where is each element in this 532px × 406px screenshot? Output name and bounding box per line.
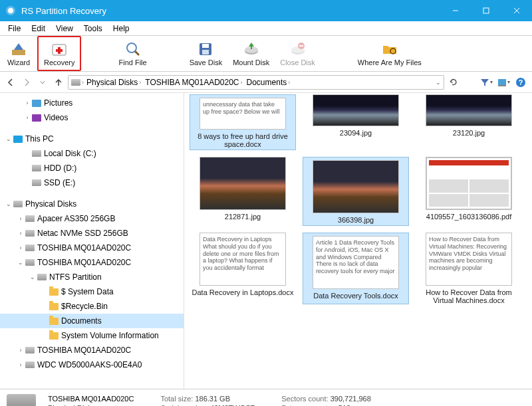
menu-tools[interactable]: Tools: [78, 24, 108, 33]
tree-pictures[interactable]: ›Pictures: [0, 96, 184, 110]
disk-icon: [37, 274, 47, 280]
filter-button[interactable]: ▾: [479, 75, 493, 90]
pdf-thumbnail: [426, 157, 512, 210]
menu-edit[interactable]: Edit: [26, 24, 51, 33]
disk-large-icon: [7, 394, 36, 407]
wizard-icon: [10, 41, 27, 58]
tree-recycle-bin[interactable]: $Recycle.Bin: [0, 299, 184, 314]
save-disk-icon: [197, 41, 214, 58]
image-thumbnail: [200, 157, 286, 210]
back-button[interactable]: [4, 75, 17, 90]
maximize-button[interactable]: [471, 0, 501, 21]
search-icon: [124, 41, 142, 58]
breadcrumb-bar[interactable]: › Physical Disks› TOSHIBA MQ01AAD020C› D…: [68, 75, 444, 90]
disk-icon: [32, 165, 41, 171]
disk-icon: [25, 259, 35, 266]
view-button[interactable]: ▾: [496, 75, 511, 90]
findfile-button[interactable]: Find File: [113, 36, 152, 71]
minimize-button[interactable]: [440, 0, 471, 21]
file-item[interactable]: 212871.jpg: [190, 157, 296, 226]
menu-view[interactable]: View: [51, 24, 78, 33]
tree-hdd-d[interactable]: HDD (D:): [0, 161, 184, 175]
savedisk-button[interactable]: Save Disk: [184, 36, 228, 71]
toolbar: Wizard Recovery Find File Save Disk Moun…: [0, 36, 532, 72]
up-button[interactable]: [52, 75, 65, 90]
titlebar: RS Partition Recovery: [0, 0, 532, 21]
svg-text:?: ?: [519, 78, 523, 86]
refresh-button[interactable]: [447, 75, 460, 90]
monitor-icon: [13, 136, 23, 143]
svg-rect-6: [12, 50, 25, 55]
disk-icon: [25, 215, 35, 222]
status-disk-type: Physical Disk: [48, 404, 134, 407]
help-button[interactable]: ?: [513, 75, 528, 90]
breadcrumb-dropdown[interactable]: ⌄: [436, 79, 441, 86]
history-dropdown[interactable]: [36, 75, 49, 90]
close-disk-icon: [289, 41, 307, 58]
tree-ntfs-partition[interactable]: ⌄NTFS Partition: [0, 270, 184, 284]
svg-rect-14: [202, 50, 209, 54]
wherearefiles-button[interactable]: Where Are My Files: [352, 36, 427, 71]
file-item[interactable]: 23094.jpg: [303, 94, 409, 150]
image-thumbnail: [313, 160, 399, 213]
tree-panel: ›Pictures ›Videos ⌄This PC Local Disk (C…: [0, 93, 184, 389]
file-item[interactable]: 23120.jpg: [416, 94, 522, 150]
svg-rect-9: [56, 49, 63, 52]
tree-videos[interactable]: ›Videos: [0, 110, 184, 125]
recovery-button[interactable]: Recovery: [37, 36, 81, 71]
svg-rect-22: [498, 79, 506, 85]
drive-icon: [71, 79, 80, 86]
forward-button[interactable]: [20, 75, 33, 90]
tree-netac[interactable]: ›Netac NVMe SSD 256GB: [0, 226, 184, 241]
tree-toshiba-2[interactable]: ⌄TOSHIBA MQ01AAD020C: [0, 255, 184, 270]
image-thumbnail: [426, 94, 512, 126]
doc-preview: How to Recover Data from Virtual Machine…: [426, 233, 512, 286]
disk-icon: [25, 361, 35, 368]
mountdisk-button[interactable]: Mount Disk: [227, 36, 275, 71]
crumb-documents: Documents›: [245, 78, 292, 87]
tree-sys-vol-info[interactable]: System Volume Information: [0, 328, 184, 343]
closedisk-button[interactable]: Close Disk: [275, 36, 321, 71]
menu-file[interactable]: File: [3, 24, 26, 33]
tree-documents[interactable]: Documents: [0, 314, 184, 328]
status-sectors: 390,721,968: [331, 395, 371, 403]
file-item[interactable]: Article 1 Data Recovery Tools for Androi…: [303, 233, 409, 304]
doc-preview: Article 1 Data Recovery Tools for Androi…: [313, 236, 399, 289]
app-icon: [5, 5, 16, 16]
crumb-physical-disks: Physical Disks›: [85, 78, 142, 87]
close-button[interactable]: [501, 0, 532, 21]
tree-physical-disks[interactable]: ⌄Physical Disks: [0, 197, 184, 211]
svg-rect-13: [202, 44, 209, 48]
doc-preview: unnecessary data that take up free space…: [200, 98, 286, 130]
disk-icon: [13, 201, 23, 207]
tree-apacer[interactable]: ›Apacer AS350 256GB: [0, 211, 184, 226]
tree-thispc[interactable]: ⌄This PC: [0, 132, 184, 146]
crumb-toshiba: TOSHIBA MQ01AAD020C›: [144, 78, 243, 87]
tree-toshiba-3[interactable]: ›TOSHIBA MQ01AAD020C: [0, 343, 184, 357]
tree-system-data[interactable]: $ System Data: [0, 284, 184, 299]
status-bps: 512: [338, 404, 350, 407]
file-item[interactable]: unnecessary data that take up free space…: [190, 94, 296, 150]
doc-preview: Data Recovery in Laptops What should you…: [200, 233, 286, 286]
disk-icon: [25, 230, 35, 237]
file-item[interactable]: Data Recovery in Laptops What should you…: [190, 233, 296, 304]
menu-help[interactable]: Help: [108, 24, 135, 33]
svg-rect-3: [483, 8, 489, 13]
file-item[interactable]: How to Recover Data from Virtual Machine…: [416, 233, 522, 304]
file-item[interactable]: 366398.jpg: [303, 157, 409, 226]
folder-icon: [49, 288, 59, 296]
image-thumbnail: [313, 94, 399, 126]
tree-local-disk-c[interactable]: Local Disk (C:): [0, 146, 184, 161]
file-item[interactable]: 4109557_1603136086.pdf: [416, 157, 522, 226]
tree-ssd-e[interactable]: SSD (E:): [0, 175, 184, 190]
folder-icon: [49, 332, 59, 340]
folder-icon: [49, 318, 59, 325]
disk-icon: [25, 347, 35, 354]
tree-wdc[interactable]: ›WDC WD5000AAKS-00E4A0: [0, 357, 184, 372]
tree-toshiba-1[interactable]: ›TOSHIBA MQ01AAD020C: [0, 241, 184, 255]
disk-icon: [25, 245, 35, 251]
file-grid: unnecessary data that take up free space…: [184, 93, 532, 389]
svg-rect-23: [498, 85, 506, 86]
wizard-button[interactable]: Wizard: [0, 36, 37, 71]
svg-line-11: [135, 51, 139, 55]
